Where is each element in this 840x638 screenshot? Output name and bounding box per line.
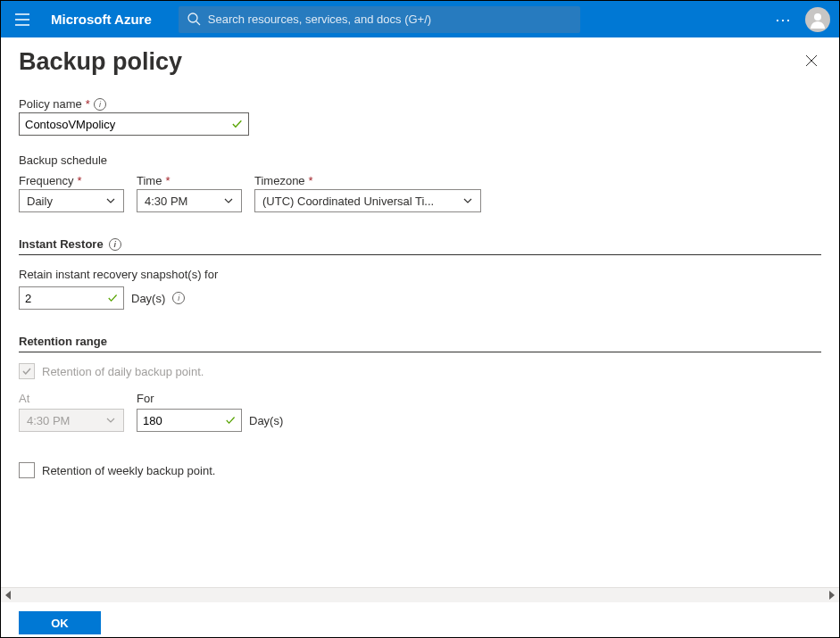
weekly-retention-checkbox[interactable] (19, 462, 35, 478)
policy-name-input[interactable] (19, 112, 249, 136)
snapshot-days-input[interactable] (19, 286, 124, 310)
daily-for-text[interactable] (143, 414, 225, 427)
ellipsis-icon: ⋯ (775, 10, 793, 29)
brand-label: Microsoft Azure (51, 12, 152, 27)
at-label: At (19, 392, 124, 405)
check-icon (231, 118, 243, 130)
timezone-label: Timezone* (254, 174, 481, 187)
user-avatar[interactable] (805, 7, 830, 32)
hamburger-menu-button[interactable] (10, 13, 35, 26)
instant-restore-heading: Instant Restore i (19, 237, 821, 255)
search-placeholder: Search resources, services, and docs (G+… (208, 12, 431, 26)
svg-point-0 (188, 13, 197, 22)
info-icon[interactable]: i (109, 238, 121, 251)
time-label: Time* (137, 174, 242, 187)
search-input[interactable]: Search resources, services, and docs (G+… (179, 6, 580, 33)
snapshot-days-text[interactable] (25, 292, 107, 305)
retain-label: Retain instant recovery snapshot(s) for (19, 268, 821, 281)
info-icon[interactable]: i (94, 98, 106, 111)
chevron-down-icon (462, 195, 473, 206)
snapshot-unit-label: Day(s) (131, 292, 165, 305)
hamburger-icon (15, 13, 29, 26)
close-button[interactable] (802, 51, 821, 73)
policy-name-text[interactable] (25, 118, 231, 131)
chevron-down-icon (105, 195, 116, 206)
svg-point-2 (814, 13, 821, 21)
info-icon[interactable]: i (172, 292, 185, 304)
timezone-value: (UTC) Coordinated Universal Ti... (262, 195, 434, 208)
top-bar: Microsoft Azure Search resources, servic… (1, 1, 839, 37)
more-button[interactable]: ⋯ (766, 10, 802, 29)
daily-at-value: 4:30 PM (27, 414, 70, 427)
search-icon (187, 12, 201, 26)
page-title: Backup policy (19, 48, 182, 76)
daily-at-select: 4:30 PM (19, 409, 124, 432)
for-label: For (137, 392, 283, 405)
form-scroll-area[interactable]: Policy name * i Backup schedule Frequenc… (1, 83, 839, 587)
check-icon (225, 414, 236, 427)
footer: OK (1, 602, 839, 638)
daily-retention-checkbox-row: Retention of daily backup point. (19, 363, 821, 379)
check-icon (21, 366, 32, 377)
daily-retention-label: Retention of daily backup point. (42, 365, 204, 378)
horizontal-scrollbar[interactable] (1, 587, 839, 602)
daily-for-unit: Day(s) (249, 414, 283, 427)
frequency-value: Daily (27, 195, 53, 208)
user-icon (809, 11, 827, 29)
svg-line-1 (196, 21, 200, 25)
backup-schedule-label: Backup schedule (19, 153, 821, 167)
frequency-select[interactable]: Daily (19, 189, 124, 212)
chevron-down-icon (223, 195, 234, 206)
chevron-down-icon (105, 415, 116, 426)
page-header: Backup policy (1, 37, 839, 83)
time-value: 4:30 PM (145, 195, 187, 208)
policy-name-label: Policy name * i (19, 97, 821, 111)
daily-retention-checkbox (19, 363, 35, 379)
required-asterisk: * (86, 97, 90, 111)
time-select[interactable]: 4:30 PM (137, 189, 242, 212)
daily-for-input[interactable] (137, 409, 242, 432)
weekly-retention-label: Retention of weekly backup point. (42, 464, 215, 477)
timezone-select[interactable]: (UTC) Coordinated Universal Ti... (254, 189, 481, 212)
check-icon (107, 292, 118, 304)
frequency-label: Frequency* (19, 174, 124, 187)
retention-range-heading: Retention range (19, 335, 821, 352)
close-icon (805, 54, 818, 67)
ok-button[interactable]: OK (19, 611, 101, 634)
